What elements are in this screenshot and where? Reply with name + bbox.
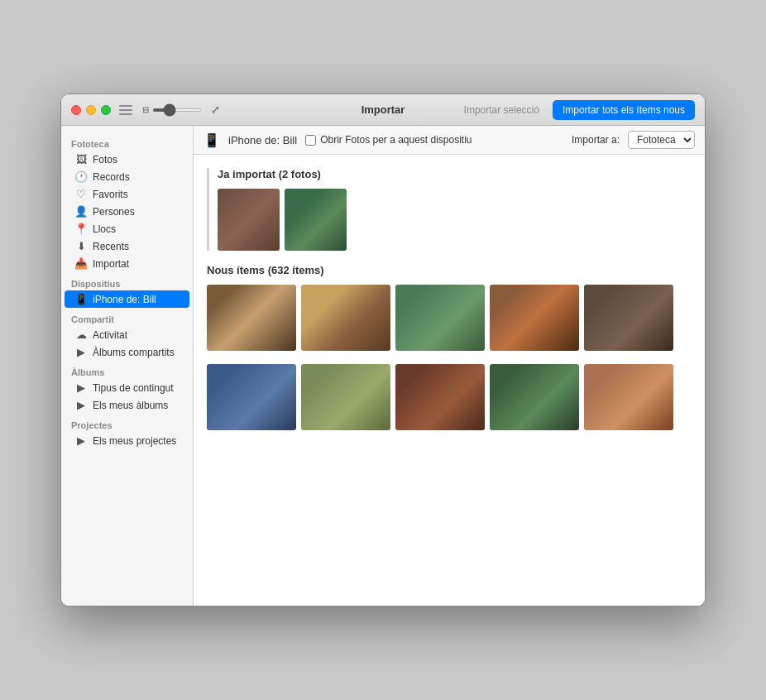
- people-icon: 👤: [74, 205, 88, 218]
- sidebar-item-importat[interactable]: 📥 Importat: [65, 255, 189, 272]
- thumbnail-new-4[interactable]: [490, 285, 579, 351]
- imported-icon: 📥: [74, 257, 88, 270]
- thumbnail-size-slider[interactable]: [152, 108, 202, 112]
- sidebar-item-els-meus-projectes[interactable]: ▶ Els meus projectes: [65, 432, 189, 449]
- sidebar-item-fotos[interactable]: 🖼 Fotos: [65, 151, 189, 168]
- device-phone-icon: 📱: [203, 132, 220, 148]
- records-icon: 🕐: [74, 170, 88, 183]
- thumbnail-already-1[interactable]: [218, 189, 280, 251]
- open-photos-checkbox-label[interactable]: Obrir Fotos per a aquest dispositiu: [305, 134, 472, 146]
- sidebar-item-els-meus-albums[interactable]: ▶ Els meus àlbums: [65, 396, 189, 414]
- sidebar-item-persones[interactable]: 👤 Persones: [65, 203, 189, 220]
- recents-icon: ⬇: [74, 240, 88, 252]
- thumbnail-new-10[interactable]: [584, 364, 673, 430]
- thumbnail-new-5[interactable]: [584, 285, 673, 351]
- already-imported-grid: [218, 189, 692, 251]
- sidebar-section-fototeca: Fototeca: [61, 132, 193, 151]
- my-projects-icon: ▶: [74, 434, 88, 447]
- sidebar-item-llocs[interactable]: 📍 Llocs: [65, 220, 189, 237]
- minimize-button[interactable]: [86, 105, 96, 115]
- sidebar-item-favorits[interactable]: ♡ Favorits: [65, 185, 189, 203]
- new-items-header: Nous ítems (632 ítems): [207, 264, 692, 276]
- maximize-button[interactable]: [101, 105, 111, 115]
- main-content: 📱 iPhone de: Bill Obrir Fotos per a aque…: [194, 126, 705, 606]
- close-button[interactable]: [71, 105, 81, 115]
- places-icon: 📍: [74, 223, 88, 235]
- zoom-out-icon: ⊟: [142, 105, 149, 114]
- sidebar-item-recents[interactable]: ⬇ Recents: [65, 237, 189, 255]
- already-imported-section: Ja importat (2 fotos): [207, 168, 692, 251]
- sidebar-item-activitat[interactable]: ☁ Activitat: [65, 326, 189, 343]
- import-to-select[interactable]: Fototeca: [628, 131, 695, 149]
- titlebar-controls: ⊟ ⤢: [119, 103, 222, 117]
- iphone-icon: 📱: [74, 293, 88, 305]
- import-to-label: Importar a:: [572, 134, 620, 146]
- sidebar-item-albums-compartits[interactable]: ▶ Àlbums compartits: [65, 343, 189, 361]
- sidebar-toggle-button[interactable]: [119, 105, 132, 115]
- import-all-button[interactable]: Importar tots els ítems nous: [553, 100, 695, 120]
- photos-icon: 🖼: [74, 153, 88, 165]
- thumbnail-new-7[interactable]: [301, 364, 390, 430]
- sidebar-item-tipus-contingut[interactable]: ▶ Tipus de contingut: [65, 379, 189, 396]
- shared-albums-icon: ▶: [74, 346, 88, 358]
- sidebar-section-dispositius: Dispositius: [61, 272, 193, 290]
- thumbnail-new-9[interactable]: [490, 364, 579, 430]
- photo-area: Ja importat (2 fotos) Nous ítems (632 ít…: [194, 155, 705, 606]
- activity-icon: ☁: [74, 328, 88, 341]
- sidebar-section-compartit: Compartit: [61, 308, 193, 326]
- content-area: Fototeca 🖼 Fotos 🕐 Records ♡ Favorits 👤 …: [61, 126, 705, 606]
- sidebar-item-iphone[interactable]: 📱 iPhone de: Bill: [65, 290, 189, 308]
- thumbnail-already-2[interactable]: [285, 189, 347, 251]
- thumbnail-new-2[interactable]: [301, 285, 390, 351]
- expand-icon[interactable]: ⤢: [208, 103, 222, 117]
- favorites-icon: ♡: [74, 188, 88, 200]
- content-type-icon: ▶: [74, 381, 88, 394]
- import-selection-button[interactable]: Importar selecció: [457, 101, 546, 119]
- traffic-lights: [71, 105, 111, 115]
- zoom-slider-container: ⊟: [142, 105, 202, 114]
- titlebar-right: Importar selecció Importar tots els ítem…: [457, 100, 695, 120]
- already-imported-header: Ja importat (2 fotos): [218, 168, 692, 180]
- my-albums-icon: ▶: [74, 399, 88, 411]
- app-window: ⊟ ⤢ Importar Importar selecció Importar …: [60, 93, 706, 607]
- open-photos-checkbox[interactable]: [305, 135, 316, 146]
- window-title: Importar: [361, 103, 405, 116]
- sidebar: Fototeca 🖼 Fotos 🕐 Records ♡ Favorits 👤 …: [61, 126, 194, 606]
- titlebar: ⊟ ⤢ Importar Importar selecció Importar …: [61, 94, 705, 126]
- thumbnail-new-1[interactable]: [207, 285, 296, 351]
- sidebar-section-projectes: Projectes: [61, 414, 193, 432]
- sidebar-item-records[interactable]: 🕐 Records: [65, 168, 189, 185]
- thumbnail-new-6[interactable]: [207, 364, 296, 430]
- toolbar-strip: 📱 iPhone de: Bill Obrir Fotos per a aque…: [194, 126, 705, 155]
- thumbnail-new-3[interactable]: [395, 285, 485, 351]
- device-name-label: iPhone de: Bill: [228, 134, 297, 146]
- new-items-grid-row1: [207, 285, 692, 351]
- thumbnail-new-8[interactable]: [395, 364, 485, 430]
- new-items-grid-row2: [207, 364, 692, 430]
- sidebar-section-albums: Àlbums: [61, 361, 193, 379]
